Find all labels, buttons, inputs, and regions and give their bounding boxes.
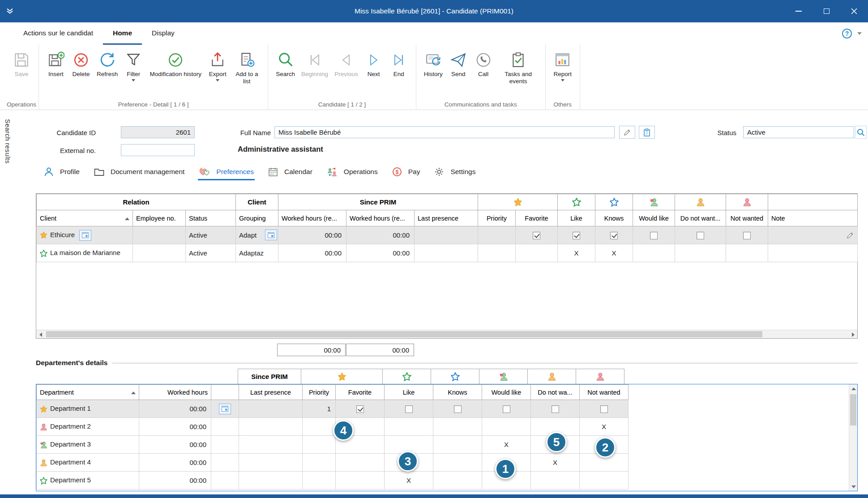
department-row[interactable]: Department 2 00:00 X bbox=[37, 418, 629, 436]
tab-preferences[interactable]: Preferences bbox=[198, 165, 255, 180]
maximize-button[interactable] bbox=[812, 0, 840, 22]
col-would-like[interactable]: Would like bbox=[482, 385, 531, 400]
col-worked-hours-2[interactable]: Worked hours (re... bbox=[346, 210, 415, 226]
department-row[interactable]: Department 1 00:00 1 bbox=[37, 400, 629, 418]
vertical-scrollbar[interactable] bbox=[849, 384, 857, 491]
end-button[interactable]: End bbox=[386, 47, 411, 78]
report-button[interactable]: Report bbox=[550, 47, 575, 81]
delete-button[interactable]: Delete bbox=[68, 47, 94, 78]
tab-operations[interactable]: Operations bbox=[326, 165, 379, 181]
col-knows[interactable]: Knows bbox=[595, 210, 633, 226]
col-like[interactable]: Like bbox=[558, 210, 595, 226]
col-last-presence[interactable]: Last presence bbox=[415, 210, 478, 226]
department-row[interactable]: Department 3 00:00 X bbox=[37, 436, 629, 454]
col-status[interactable]: Status bbox=[186, 210, 236, 226]
open-department-button[interactable] bbox=[219, 404, 231, 414]
external-no-field[interactable] bbox=[121, 144, 195, 156]
search-button[interactable]: Search bbox=[273, 47, 298, 78]
svg-text:$: $ bbox=[395, 169, 398, 175]
tasks-and-events-button[interactable]: Tasks and events bbox=[496, 47, 541, 85]
col-priority[interactable]: Priority bbox=[303, 385, 336, 400]
status-field[interactable] bbox=[743, 126, 854, 138]
knows-checkbox[interactable] bbox=[610, 232, 618, 239]
col-knows[interactable]: Knows bbox=[433, 385, 482, 400]
col-last-presence[interactable]: Last presence bbox=[239, 385, 303, 400]
col-favorite[interactable]: Favorite bbox=[516, 210, 558, 226]
do-not-want-checkbox[interactable] bbox=[552, 405, 559, 413]
tab-calendar[interactable]: Calendar bbox=[267, 165, 313, 181]
edit-row-button[interactable] bbox=[846, 231, 854, 238]
tab-document-management[interactable]: Document management bbox=[93, 166, 185, 180]
tab-pay[interactable]: $ Pay bbox=[391, 165, 421, 181]
col-favorite[interactable]: Favorite bbox=[336, 385, 385, 400]
menu-actions-sur-le-candidat[interactable]: Actions sur le candidat bbox=[13, 22, 103, 45]
favorite-checkbox[interactable] bbox=[533, 232, 540, 239]
candidate-id-field[interactable] bbox=[121, 126, 195, 138]
export-button[interactable]: Export bbox=[205, 47, 230, 81]
send-button[interactable]: Send bbox=[446, 47, 471, 78]
full-name-field[interactable] bbox=[274, 126, 615, 138]
scroll-down-button[interactable] bbox=[849, 482, 858, 491]
col-not-wanted[interactable]: Not wanted bbox=[580, 385, 629, 400]
scroll-left-button[interactable] bbox=[36, 330, 45, 339]
copy-name-button[interactable] bbox=[639, 126, 655, 139]
call-button[interactable]: Call bbox=[471, 47, 496, 78]
col-do-not-want[interactable]: Do not want... bbox=[675, 210, 726, 226]
not-wanted-checkbox[interactable] bbox=[743, 232, 751, 239]
filter-button[interactable]: Filter bbox=[121, 47, 146, 81]
next-button[interactable]: Next bbox=[361, 47, 386, 78]
save-button[interactable]: Save bbox=[9, 47, 34, 78]
history-button[interactable]: History bbox=[421, 47, 446, 78]
would-like-checkbox[interactable] bbox=[650, 232, 658, 239]
scroll-up-button[interactable] bbox=[849, 384, 858, 393]
close-button[interactable] bbox=[840, 0, 868, 22]
col-grouping[interactable]: Grouping bbox=[236, 210, 278, 226]
refresh-button[interactable]: Refresh bbox=[94, 47, 121, 78]
beginning-button[interactable]: Beginning bbox=[298, 47, 331, 78]
col-like[interactable]: Like bbox=[385, 385, 433, 400]
favorite-checkbox[interactable] bbox=[356, 405, 364, 413]
knows-checkbox[interactable] bbox=[454, 405, 462, 413]
department-row[interactable]: Department 4 00:00 X bbox=[37, 454, 629, 472]
menu-home[interactable]: Home bbox=[103, 22, 142, 45]
relation-row[interactable]: La maison de Marianne Active Adaptaz 00:… bbox=[37, 244, 858, 262]
status-search-button[interactable] bbox=[855, 126, 867, 139]
open-grouping-button[interactable] bbox=[265, 230, 277, 240]
col-note[interactable]: Note bbox=[768, 210, 858, 226]
previous-button[interactable]: Previous bbox=[331, 47, 361, 78]
scroll-right-button[interactable] bbox=[849, 330, 857, 339]
col-priority[interactable]: Priority bbox=[478, 210, 516, 226]
relation-row[interactable]: Ethicure Active Adapt 00:00 00:00 bbox=[37, 226, 858, 244]
tab-profile[interactable]: Profile bbox=[43, 165, 81, 181]
help-icon[interactable]: ? bbox=[842, 29, 852, 38]
col-worked-hours[interactable]: Worked hours bbox=[139, 385, 211, 400]
menu-display[interactable]: Display bbox=[142, 22, 184, 45]
knows-cell bbox=[433, 472, 482, 489]
edit-name-button[interactable] bbox=[619, 126, 635, 139]
like-checkbox[interactable] bbox=[573, 232, 580, 239]
not-wanted-checkbox[interactable] bbox=[600, 405, 608, 413]
worked-hours-total-1: 00:00 bbox=[277, 344, 346, 356]
modification-history-button[interactable]: Modification history bbox=[146, 47, 205, 78]
col-employee-no[interactable]: Employee no. bbox=[133, 210, 186, 226]
col-department[interactable]: Department bbox=[37, 385, 139, 400]
open-client-button[interactable] bbox=[79, 230, 91, 241]
col-do-not-want[interactable]: Do not wa... bbox=[531, 385, 580, 400]
col-client[interactable]: Client bbox=[37, 210, 133, 226]
scrollbar-thumb[interactable] bbox=[850, 394, 856, 426]
horizontal-scrollbar[interactable] bbox=[36, 330, 857, 338]
collapse-ribbon-icon[interactable] bbox=[857, 32, 862, 35]
add-to-a-list-button[interactable]: Add to a list bbox=[230, 47, 263, 85]
like-checkbox[interactable] bbox=[405, 405, 413, 413]
search-results-side-tab[interactable]: Search results bbox=[4, 119, 11, 164]
minimize-button[interactable] bbox=[785, 0, 812, 22]
would-like-checkbox[interactable] bbox=[503, 405, 510, 413]
insert-button[interactable]: Insert bbox=[43, 47, 68, 78]
department-row[interactable]: Department 5 00:00 X bbox=[37, 472, 629, 489]
col-worked-hours-1[interactable]: Worked hours (re... bbox=[278, 210, 346, 226]
do-not-want-checkbox[interactable] bbox=[697, 232, 704, 239]
scrollbar-thumb[interactable] bbox=[46, 331, 762, 337]
col-would-like[interactable]: Would like bbox=[633, 210, 675, 226]
col-not-wanted[interactable]: Not wanted bbox=[726, 210, 768, 226]
tab-settings[interactable]: Settings bbox=[433, 165, 476, 181]
